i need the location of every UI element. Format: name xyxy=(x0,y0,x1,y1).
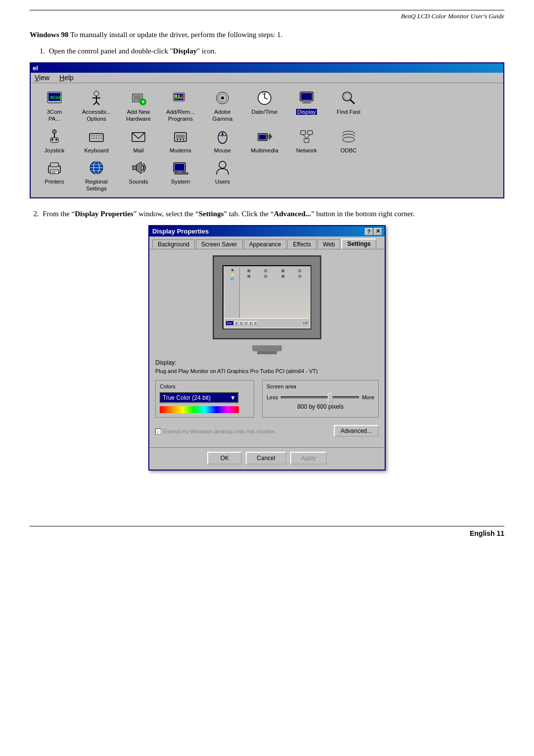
menu-help[interactable]: Help xyxy=(59,74,74,82)
svg-point-53 xyxy=(180,139,181,140)
step1-text: 1. Open the control panel and double-cli… xyxy=(40,46,504,57)
cancel-button[interactable]: Cancel xyxy=(246,452,286,465)
svg-rect-27 xyxy=(301,93,312,100)
cp-label-joystick: Joystick xyxy=(44,147,65,154)
svg-rect-87 xyxy=(175,173,188,174)
extend-desktop-checkbox[interactable]: ✓ xyxy=(155,428,161,434)
svg-point-36 xyxy=(51,139,53,141)
findfast-icon xyxy=(339,88,358,108)
addrem-icon xyxy=(171,88,190,108)
cp-item-addrem[interactable]: Add/Rem...Programs xyxy=(161,88,200,123)
keyboard-icon xyxy=(87,127,106,146)
taskbar-item3: || xyxy=(244,321,248,325)
cp-item-multimedia[interactable]: Multimedia xyxy=(245,127,284,154)
tab-screensaver[interactable]: Screen Saver xyxy=(196,239,243,249)
3com-icon: 3Com xyxy=(44,88,64,108)
controls-row: Colors True Color (24 bit) ▼ Screen area… xyxy=(155,380,379,418)
cp-item-keyboard[interactable]: Keyboard xyxy=(77,127,116,154)
screen-grid-icon5: ⊞ xyxy=(241,274,257,279)
screen-main-area: ⊞ ⊡ ⊞ ⊡ ⊞ ⊡ ⊞ ⊡ xyxy=(240,268,309,318)
control-panel-window: el View Help 3Com 3ComPA... xyxy=(30,62,504,198)
screen-icons-grid: ⊞ ⊡ ⊞ ⊡ ⊞ ⊡ ⊞ ⊡ xyxy=(241,269,308,279)
cp-item-mail[interactable]: Mail xyxy=(119,127,158,154)
mouse-icon xyxy=(213,127,232,146)
tab-background[interactable]: Background xyxy=(152,239,195,249)
cp-item-odbc[interactable]: ODBC xyxy=(329,127,368,154)
cp-titlebar: el xyxy=(31,63,503,73)
cp-item-mouse[interactable]: Mouse xyxy=(203,127,242,154)
svg-point-21 xyxy=(221,96,224,99)
color-select-dropdown[interactable]: True Color (24 bit) ▼ xyxy=(160,392,239,403)
cp-title: el xyxy=(33,64,38,72)
tab-web[interactable]: Web xyxy=(317,239,340,249)
dp-screen-inner: 🖥 📁 🌐 ⊞ ⊡ ⊞ xyxy=(223,266,311,329)
taskbar-item1: || xyxy=(234,321,239,325)
tab-settings[interactable]: Settings xyxy=(341,238,376,249)
slider-track[interactable] xyxy=(281,396,359,398)
advanced-bold: Advanced... xyxy=(274,210,311,218)
svg-rect-47 xyxy=(98,138,100,139)
display-props-window: Display Properties ? ✕ Background Screen… xyxy=(148,225,386,471)
less-label: Less xyxy=(267,394,278,400)
clock: 1:47 xyxy=(303,322,308,325)
cp-item-adobe[interactable]: AdobeGamma xyxy=(203,88,242,123)
apply-button[interactable]: Apply xyxy=(290,452,327,465)
dp-tabs: Background Screen Saver Appearance Effec… xyxy=(149,236,385,249)
cp-item-display[interactable]: Display xyxy=(287,88,326,123)
menu-view[interactable]: View xyxy=(35,74,49,82)
system-icon xyxy=(171,158,190,178)
network-icon xyxy=(297,127,316,146)
cp-item-users[interactable]: Users xyxy=(203,158,242,192)
monitor-stand xyxy=(257,351,277,354)
ok-button[interactable]: OK xyxy=(207,452,242,465)
screen-content: 🖥 📁 🌐 ⊞ ⊡ ⊞ xyxy=(223,266,311,329)
cp-label-findfast: Find Fast xyxy=(337,109,360,116)
slider-thumb[interactable] xyxy=(328,393,333,402)
dp-titlebar: Display Properties ? ✕ xyxy=(149,226,385,236)
cp-item-accessibility[interactable]: Accessibi...Options xyxy=(77,88,116,123)
adobe-icon xyxy=(213,88,232,108)
cp-item-joystick[interactable]: Joystick xyxy=(35,127,74,154)
cp-item-regional[interactable]: RegionalSettings xyxy=(77,158,116,192)
dp-close-btn[interactable]: ✕ xyxy=(374,228,382,235)
cp-item-sounds[interactable]: Sounds xyxy=(119,158,158,192)
dp-body: 🖥 📁 🌐 ⊞ ⊡ ⊞ xyxy=(149,249,385,447)
step2-paragraph: 2. From the “Display Properties” window,… xyxy=(30,208,504,220)
step1-label: Open the control panel and double-click … xyxy=(49,47,217,55)
cp-label-multimedia: Multimedia xyxy=(251,147,278,154)
taskbar-item2: || xyxy=(239,321,243,325)
top-rule xyxy=(30,10,504,10)
screen-area-section: Screen area Less More 800 by 600 pixels xyxy=(262,380,379,418)
screen-grid-icon3: ⊞ xyxy=(275,269,291,273)
svg-point-58 xyxy=(222,133,223,135)
dp-help-btn[interactable]: ? xyxy=(365,228,373,235)
screen-grid-icon4: ⊡ xyxy=(292,269,309,273)
svg-rect-43 xyxy=(101,135,102,137)
cp-label-system: System xyxy=(171,179,190,186)
cp-item-system[interactable]: System xyxy=(161,158,200,192)
cp-item-3com[interactable]: 3Com 3ComPA... xyxy=(35,88,74,123)
advanced-button[interactable]: Advanced... xyxy=(334,425,379,437)
svg-point-37 xyxy=(55,139,57,141)
settings-bold: Settings xyxy=(199,210,224,218)
cp-label-users: Users xyxy=(215,179,230,186)
cp-menu: View Help xyxy=(31,73,503,83)
svg-marker-84 xyxy=(136,162,141,174)
monitor-base xyxy=(252,345,282,351)
svg-rect-17 xyxy=(181,95,183,97)
taskbar-items: || || || || || xyxy=(234,321,304,325)
svg-rect-28 xyxy=(304,101,310,102)
cp-label-modems: Modems xyxy=(170,147,191,154)
svg-point-89 xyxy=(219,161,226,168)
cp-item-modems[interactable]: Modems xyxy=(161,127,200,154)
cp-item-network[interactable]: Network xyxy=(287,127,326,154)
cp-item-printers[interactable]: Printers xyxy=(35,158,74,192)
cp-item-addnew[interactable]: + Add NewHardware xyxy=(119,88,158,123)
screen-area-label: Screen area xyxy=(267,383,374,389)
cp-item-datetime[interactable]: 12 Date/Time xyxy=(245,88,284,123)
tab-appearance[interactable]: Appearance xyxy=(244,239,287,249)
tab-effects[interactable]: Effects xyxy=(287,239,316,249)
display-props-bold: Display Properties xyxy=(75,210,133,218)
cp-item-findfast[interactable]: Find Fast xyxy=(329,88,368,123)
display-icon xyxy=(297,88,316,108)
